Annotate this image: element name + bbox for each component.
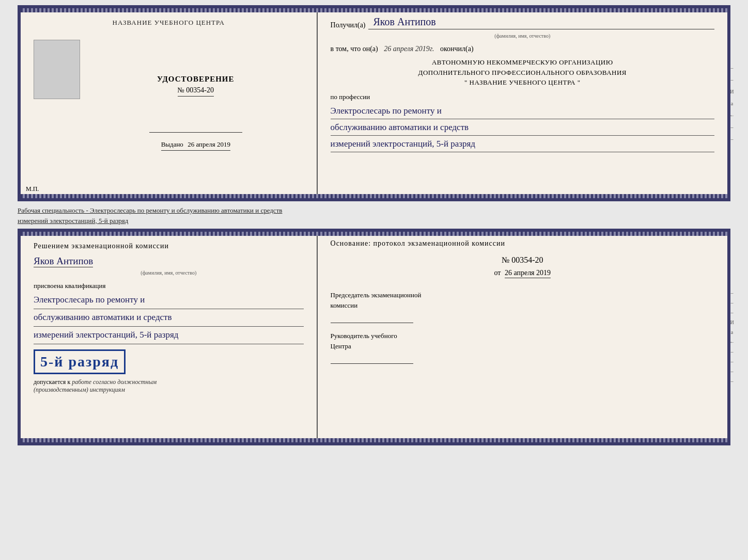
recipient-name: Яков Антипов [368,16,714,29]
rukovoditel-label: Руководитель учебного [331,331,714,341]
po-professii-label: по профессии [331,93,714,101]
mp-label: М.П. [26,185,39,193]
predsedatel-block: Председатель экзаменационной комиссии [331,290,714,323]
qual-line3: измерений электростанций, 5-й разряд [34,328,304,344]
completion-date: 26 апреля 2019г. [384,45,434,53]
vydano-line: Выдано 26 апреля 2019 [161,140,230,151]
protocol-number: № 00354-20 [331,255,714,265]
poluchil-label: Получил(a) [331,21,366,29]
dopuskaetsya-text2: (производственным) инструкциям [34,386,125,393]
bottom-left-panel: Решением экзаменационной комиссии Яков А… [21,232,318,442]
description-line1: Рабочая специальность - Электрослесарь п… [18,206,282,214]
v-tom-chto-line: в том, что он(а) 26 апреля 2019г. окончи… [331,45,714,53]
org-line2: ДОПОЛНИТЕЛЬНОГО ПРОФЕССИОНАЛЬНОГО ОБРАЗО… [331,68,714,78]
school-name-left: НАЗВАНИЕ УЧЕБНОГО ЦЕНТРА [113,19,225,27]
fio-label-bottom: (фамилия, имя, отчество) [34,270,304,276]
dopuskaetsya-text: работе согласно должностным [72,378,157,386]
rukovoditel-signature [331,354,413,364]
bottom-diploma: Решением экзаменационной комиссии Яков А… [18,229,730,445]
razryad-badge: 5-й разряд [34,349,126,374]
diploma-left-panel: НАЗВАНИЕ УЧЕБНОГО ЦЕНТРА УДОСТОВЕРЕНИЕ №… [21,8,318,198]
v-tom-chto-prefix: в том, что он(а) [331,45,378,53]
resheniem-label: Решением экзаменационной комиссии [34,242,169,250]
profession-text: Электрослесарь по ремонту и обслуживанию… [331,104,714,154]
bottom-right-panel: Основание: протокол экзаменационной коми… [318,232,727,442]
profession-line2: обслуживанию автоматики и средств [331,120,714,136]
side-decoration-bottom: – – – И а ← – – – – [727,232,737,442]
description-line2: измерений электростанций, 5-й разряд [18,217,128,225]
centra-label: Центра [331,341,714,351]
komissia-name: Яков Антипов [34,255,93,267]
qual-line1: Электрослесарь по ремонту и [34,293,304,309]
komissia-label: комиссии [331,300,714,311]
photo-placeholder [34,40,80,99]
fio-label-top: (фамилия, имя, отчество) [331,33,714,39]
protocol-date-value: 26 апреля 2019 [505,269,551,278]
udostoverenie-title: УДОСТОВЕРЕНИЕ [157,75,235,84]
org-line1: АВТОНОМНУЮ НЕКОММЕРЧЕСКУЮ ОРГАНИЗАЦИЮ [331,57,714,68]
vydano-label: Выдано [161,140,183,148]
org-line3: " НАЗВАНИЕ УЧЕБНОГО ЦЕНТРА " [331,77,714,88]
predsedatel-label: Председатель экзаменационной [331,290,714,300]
top-diploma: НАЗВАНИЕ УЧЕБНОГО ЦЕНТРА УДОСТОВЕРЕНИЕ №… [18,5,730,201]
protocol-date: от 26 апреля 2019 [331,269,714,277]
dopuskaetsya-label: допускается к [34,378,70,386]
diploma-right-panel: Получил(a) Яков Антипов (фамилия, имя, о… [318,8,727,198]
profession-line3: измерений электростанций, 5-й разряд [331,137,714,152]
resheniem-title: Решением экзаменационной комиссии [34,242,304,250]
dopuskaetsya-block: допускается к работе согласно должностны… [34,378,304,394]
rukovoditel-block: Руководитель учебного Центра [331,331,714,364]
osnovanie-title: Основание: протокол экзаменационной коми… [331,239,714,248]
prisvoena-label: присвоена квалификация [34,282,304,290]
okonchil-label: окончил(а) [440,45,474,53]
qual-line2: обслуживанию автоматики и средств [34,310,304,327]
predsedatel-signature [331,313,413,323]
org-block: АВТОНОМНУЮ НЕКОММЕРЧЕСКУЮ ОРГАНИЗАЦИЮ ДО… [331,57,714,88]
vydano-date: 26 апреля 2019 [188,140,230,148]
profession-line1: Электрослесарь по ремонту и [331,104,714,119]
qualification-text: Электрослесарь по ремонту и обслуживанию… [34,293,304,344]
description-text: Рабочая специальность - Электрослесарь п… [18,205,730,226]
udostoverenie-number: № 00354-20 [178,86,214,97]
side-decoration-top: – – И а ← – – [727,8,737,198]
ot-label: от [494,269,501,277]
